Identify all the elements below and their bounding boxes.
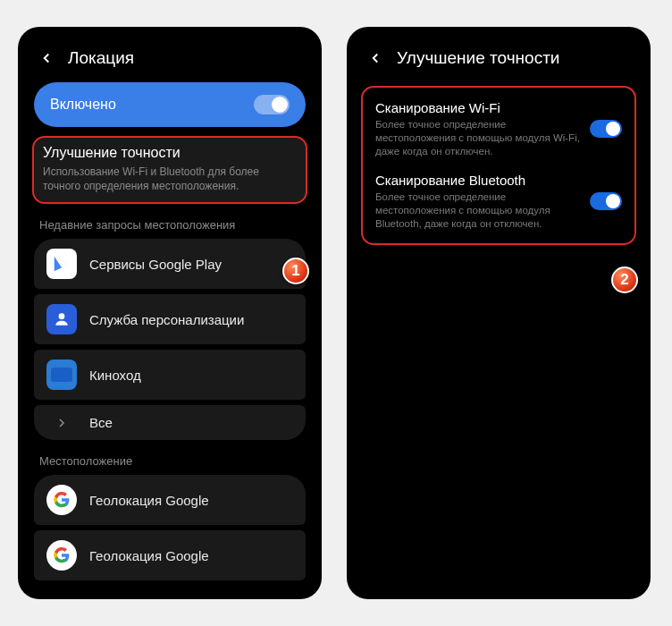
accuracy-title: Улучшение точности	[43, 145, 297, 161]
app-google-play-services[interactable]: Сервисы Google Play	[34, 239, 306, 289]
all-apps-row[interactable]: Все	[34, 405, 306, 440]
bluetooth-scanning-row[interactable]: Сканирование Bluetooth Более точное опре…	[366, 165, 631, 238]
geolocation-label: Геолокация Google	[89, 493, 209, 508]
page-title: Локация	[68, 48, 134, 68]
recent-requests-header: Недавние запросы местоположения	[25, 209, 315, 233]
bt-scan-desc: Более точное определение местоположения …	[375, 190, 581, 231]
google-icon	[46, 485, 77, 515]
screen-left: Локация Включено Улучшение точности Испо…	[25, 34, 315, 592]
scanning-options-box: Сканирование Wi-Fi Более точное определе…	[361, 86, 636, 245]
accuracy-desc: Использование Wi-Fi и Bluetooth для боле…	[43, 165, 297, 193]
play-services-icon	[46, 249, 77, 279]
page-title: Улучшение точности	[397, 48, 559, 68]
personalization-icon	[46, 304, 77, 334]
app-personalization-service[interactable]: Служба персонализации	[34, 294, 306, 344]
screen-right: Улучшение точности Сканирование Wi-Fi Бо…	[354, 34, 643, 592]
google-icon	[46, 540, 77, 571]
location-section-header: Местоположение	[25, 445, 315, 470]
geolocation-google-1[interactable]: Геолокация Google	[34, 475, 306, 525]
svg-point-0	[59, 314, 65, 320]
app-label: Служба персонализации	[89, 312, 244, 327]
all-label: Все	[89, 415, 113, 430]
wifi-scanning-row[interactable]: Сканирование Wi-Fi Более точное определе…	[366, 93, 631, 165]
step-badge-2: 2	[611, 266, 638, 293]
app-kinohod[interactable]: Киноход	[34, 350, 306, 400]
geolocation-label: Геолокация Google	[89, 548, 209, 563]
header-right: Улучшение точности	[354, 34, 643, 79]
wifi-scan-title: Сканирование Wi-Fi	[375, 100, 581, 115]
accuracy-improvement-row[interactable]: Улучшение точности Использование Wi-Fi и…	[32, 136, 307, 204]
back-icon[interactable]	[366, 49, 384, 67]
wifi-scan-desc: Более точное определение местоположения …	[375, 118, 581, 158]
wifi-scan-toggle[interactable]	[590, 120, 622, 138]
back-icon[interactable]	[38, 49, 55, 67]
phone-right: Улучшение точности Сканирование Wi-Fi Бо…	[347, 27, 651, 599]
phone-left: Локация Включено Улучшение точности Испо…	[18, 27, 322, 599]
bt-scan-title: Сканирование Bluetooth	[375, 173, 581, 188]
enabled-toggle-row[interactable]: Включено	[34, 82, 306, 127]
bluetooth-scan-toggle[interactable]	[590, 192, 622, 210]
kinohod-icon	[46, 360, 77, 390]
step-badge-1: 1	[282, 258, 309, 284]
app-label: Киноход	[89, 368, 141, 383]
enabled-label: Включено	[50, 97, 116, 113]
geolocation-google-2[interactable]: Геолокация Google	[34, 530, 306, 580]
header-left: Локация	[25, 34, 315, 79]
enabled-toggle[interactable]	[254, 95, 290, 114]
app-label: Сервисы Google Play	[89, 257, 222, 272]
chevron-right-icon	[46, 416, 77, 430]
